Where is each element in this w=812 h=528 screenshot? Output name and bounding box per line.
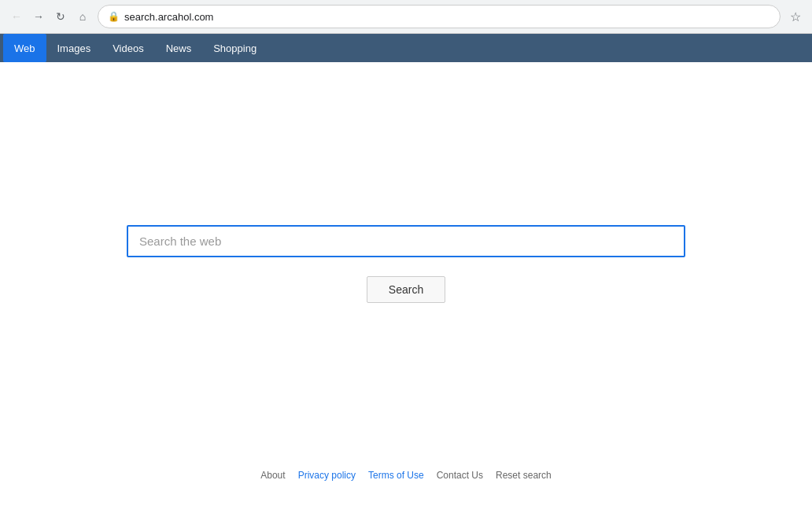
footer: About Privacy policy Terms of Use Contac… xyxy=(0,470,812,481)
footer-terms-link[interactable]: Terms of Use xyxy=(368,470,424,481)
nav-item-videos[interactable]: Videos xyxy=(102,34,155,62)
search-container: Search xyxy=(0,225,812,303)
back-button[interactable]: ← xyxy=(6,6,27,27)
browser-toolbar: ← → ↻ ⌂ 🔒 ☆ xyxy=(0,0,812,33)
nav-item-images[interactable]: Images xyxy=(46,34,102,62)
home-button[interactable]: ⌂ xyxy=(72,6,93,27)
address-bar-container[interactable]: 🔒 xyxy=(98,5,781,28)
lock-icon: 🔒 xyxy=(108,11,120,22)
footer-reset-link[interactable]: Reset search xyxy=(496,470,552,481)
reload-button[interactable]: ↻ xyxy=(50,6,71,27)
footer-about-link[interactable]: About xyxy=(260,470,285,481)
nav-item-web[interactable]: Web xyxy=(3,34,46,62)
browser-chrome: ← → ↻ ⌂ 🔒 ☆ xyxy=(0,0,812,34)
nav-item-news[interactable]: News xyxy=(155,34,203,62)
forward-button[interactable]: → xyxy=(28,6,49,27)
search-input-wrapper xyxy=(127,225,685,257)
nav-bar: Web Images Videos News Shopping xyxy=(0,34,812,62)
address-input[interactable] xyxy=(124,11,770,23)
bookmark-star-button[interactable]: ☆ xyxy=(785,6,806,27)
main-content: Search About Privacy policy Terms of Use… xyxy=(0,62,812,528)
footer-privacy-link[interactable]: Privacy policy xyxy=(298,470,356,481)
nav-item-shopping[interactable]: Shopping xyxy=(202,34,268,62)
search-input[interactable] xyxy=(127,225,685,257)
nav-buttons: ← → ↻ ⌂ xyxy=(6,6,93,27)
footer-contact-link[interactable]: Contact Us xyxy=(437,470,483,481)
search-button[interactable]: Search xyxy=(367,276,445,303)
